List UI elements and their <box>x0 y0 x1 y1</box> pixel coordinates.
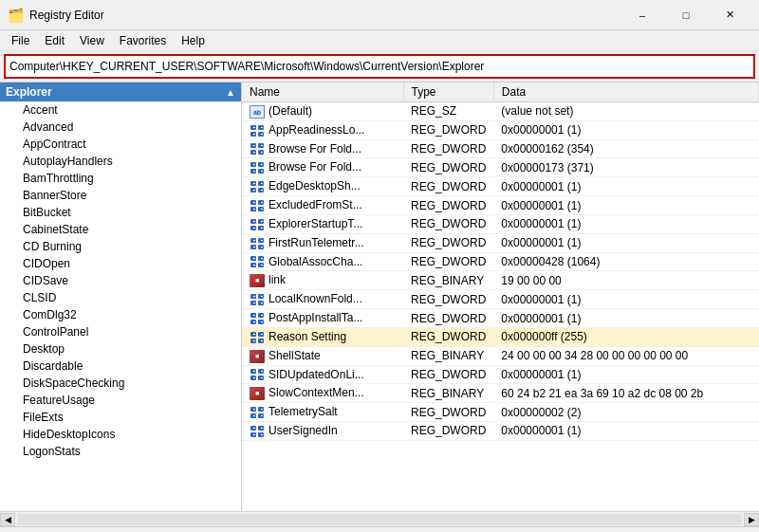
svg-rect-47 <box>261 228 263 229</box>
tree-item[interactable]: AppContract <box>0 136 241 153</box>
cell-type: REG_DWORD <box>403 290 493 309</box>
svg-rect-86 <box>253 340 255 341</box>
cell-data: 0x00000001 (1) <box>493 290 758 309</box>
table-row[interactable]: ab(Default)REG_SZ(value not set) <box>242 102 759 121</box>
cell-data: 19 00 00 00 <box>493 271 758 290</box>
tree-item[interactable]: HideDesktopIcons <box>0 426 241 443</box>
tree-item[interactable]: BamThrottling <box>0 170 241 187</box>
svg-rect-52 <box>253 240 255 241</box>
tree-item[interactable]: CIDOpen <box>0 255 241 272</box>
tree-item[interactable]: DiskSpaceChecking <box>0 375 241 392</box>
tree-item[interactable]: CD Burning <box>0 238 241 255</box>
svg-rect-31 <box>261 190 263 191</box>
table-row[interactable]: EdgeDesktopSh...REG_DWORD0x00000001 (1) <box>242 177 759 196</box>
table-row[interactable]: UserSignedInREG_DWORD0x00000001 (1) <box>242 422 759 441</box>
cell-name: ■link <box>242 271 403 290</box>
svg-rect-6 <box>253 134 255 135</box>
svg-rect-54 <box>253 247 255 248</box>
cell-data: (value not set) <box>493 102 758 121</box>
cell-data: 0x00000428 (1064) <box>493 252 758 271</box>
tree-item[interactable]: FeatureUsage <box>0 392 241 409</box>
table-row[interactable]: Reason SettingREG_DWORD0x000000ff (255) <box>242 327 759 346</box>
table-row[interactable]: ExplorerStartupT...REG_DWORD0x00000001 (… <box>242 214 759 233</box>
table-row[interactable]: LocalKnownFold...REG_DWORD0x00000001 (1) <box>242 290 759 309</box>
table-row[interactable]: Browse For Fold...REG_DWORD0x00000173 (3… <box>242 158 759 177</box>
tree-item[interactable]: LogonStats <box>0 443 241 460</box>
close-button[interactable]: ✕ <box>708 0 751 30</box>
cell-data: 0x000000ff (255) <box>493 327 758 346</box>
svg-rect-30 <box>253 190 255 191</box>
table-row[interactable]: GlobalAssocCha...REG_DWORD0x00000428 (10… <box>242 252 759 271</box>
cell-data: 0x00000001 (1) <box>493 196 758 215</box>
tree-item[interactable]: ComDlg32 <box>0 306 241 323</box>
tree-item[interactable]: CIDSave <box>0 272 241 289</box>
window-controls: – □ ✕ <box>620 0 751 30</box>
svg-rect-71 <box>261 303 263 303</box>
svg-rect-44 <box>253 221 255 222</box>
cell-type: REG_SZ <box>403 102 493 121</box>
svg-rect-85 <box>261 334 263 335</box>
tree-header: Explorer ▲ <box>0 83 241 101</box>
svg-rect-36 <box>253 202 255 203</box>
svg-rect-100 <box>253 409 255 410</box>
menu-item-edit[interactable]: Edit <box>37 32 72 49</box>
svg-rect-20 <box>253 164 255 165</box>
horizontal-scrollbar[interactable] <box>17 514 742 525</box>
cell-type: REG_DWORD <box>403 365 493 384</box>
tree-item[interactable]: Desktop <box>0 340 241 358</box>
app-icon: 🗂️ <box>8 8 24 23</box>
table-row[interactable]: ExcludedFromSt...REG_DWORD0x00000001 (1) <box>242 196 759 215</box>
maximize-button[interactable]: □ <box>664 0 708 30</box>
table-header-row: Name Type Data <box>242 83 759 102</box>
tree-item[interactable]: FileExts <box>0 409 241 426</box>
table-row[interactable]: ■SlowContextMen...REG_BINARY60 24 b2 21 … <box>242 384 759 403</box>
table-row[interactable]: FirstRunTelemetr...REG_DWORD0x00000001 (… <box>242 233 759 252</box>
tree-item[interactable]: BannerStore <box>0 187 241 204</box>
values-tbody: ab(Default)REG_SZ(value not set) AppRead… <box>242 102 759 441</box>
cell-type: REG_DWORD <box>403 196 493 215</box>
svg-rect-46 <box>253 228 255 229</box>
table-row[interactable]: ■ShellStateREG_BINARY24 00 00 00 34 28 0… <box>242 346 759 365</box>
tree-item[interactable]: BitBucket <box>0 204 241 221</box>
table-row[interactable]: TelemetrySaltREG_DWORD0x00000002 (2) <box>242 403 759 422</box>
svg-rect-13 <box>261 145 263 146</box>
cell-type: REG_DWORD <box>403 327 493 346</box>
menu-item-help[interactable]: Help <box>174 32 213 49</box>
table-row[interactable]: ■linkREG_BINARY19 00 00 00 <box>242 271 759 290</box>
menu-item-file[interactable]: File <box>4 32 37 49</box>
tree-item[interactable]: Advanced <box>0 119 241 136</box>
scroll-right-btn[interactable]: ▶ <box>744 513 759 526</box>
table-row[interactable]: AppReadinessLo...REG_DWORD0x00000001 (1) <box>242 120 759 139</box>
cell-name: ab(Default) <box>242 102 403 121</box>
tree-item[interactable]: Discardable <box>0 358 241 375</box>
address-bar[interactable] <box>4 54 755 79</box>
table-row[interactable]: Browse For Fold...REG_DWORD0x00000162 (3… <box>242 139 759 158</box>
svg-rect-21 <box>261 164 263 165</box>
tree-item[interactable]: AutoplayHandlers <box>0 153 241 170</box>
values-table: Name Type Data ab(Default)REG_SZ(value n… <box>242 83 759 441</box>
table-row[interactable]: PostAppInstallTa...REG_DWORD0x00000001 (… <box>242 309 759 328</box>
scroll-left-btn[interactable]: ◀ <box>0 513 15 526</box>
menu-item-view[interactable]: View <box>72 32 112 49</box>
cell-data: 0x00000001 (1) <box>493 233 758 252</box>
tree-item[interactable]: CLSID <box>0 289 241 306</box>
tree-item[interactable]: ControlPanel <box>0 323 241 340</box>
table-row[interactable]: SIDUpdatedOnLi...REG_DWORD0x00000001 (1) <box>242 365 759 384</box>
menu-item-favorites[interactable]: Favorites <box>112 32 174 49</box>
svg-rect-110 <box>253 434 255 435</box>
cell-type: REG_BINARY <box>403 346 493 365</box>
cell-name: Reason Setting <box>242 327 403 346</box>
address-input[interactable] <box>9 60 750 73</box>
svg-rect-111 <box>261 434 263 435</box>
bottom-scroll[interactable]: ◀ ▶ <box>0 511 759 526</box>
tree-item[interactable]: CabinetState <box>0 221 241 238</box>
svg-rect-37 <box>261 202 263 203</box>
tree-scroll-up-icon: ▲ <box>226 87 235 98</box>
cell-type: REG_DWORD <box>403 158 493 177</box>
minimize-button[interactable]: – <box>620 0 664 30</box>
window-title: Registry Editor <box>29 9 620 22</box>
cell-name: EdgeDesktopSh... <box>242 177 403 196</box>
cell-type: REG_DWORD <box>403 177 493 196</box>
svg-rect-7 <box>261 134 263 135</box>
tree-item[interactable]: Accent <box>0 101 241 119</box>
